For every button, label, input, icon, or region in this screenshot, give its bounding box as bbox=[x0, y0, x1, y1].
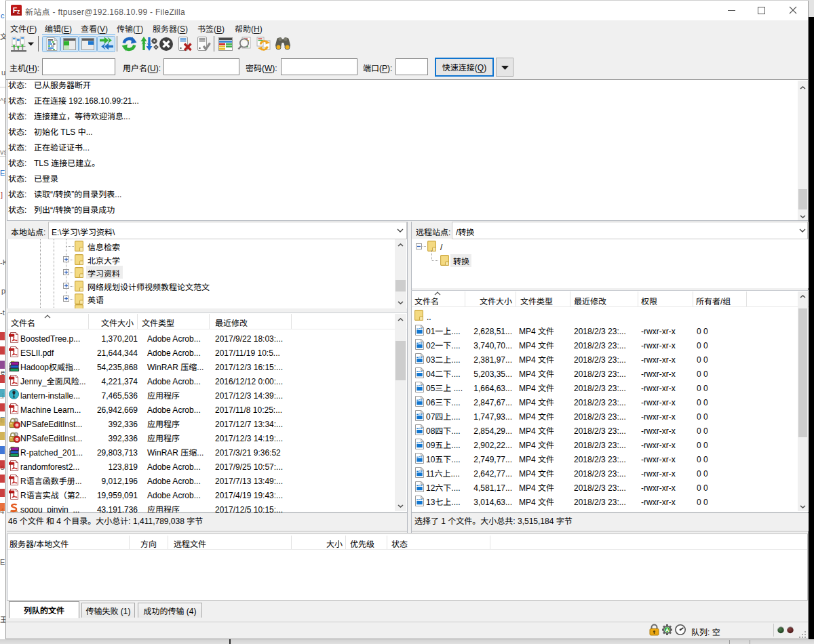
svg-text:A: A bbox=[665, 627, 670, 633]
svg-text:z: z bbox=[17, 8, 20, 15]
